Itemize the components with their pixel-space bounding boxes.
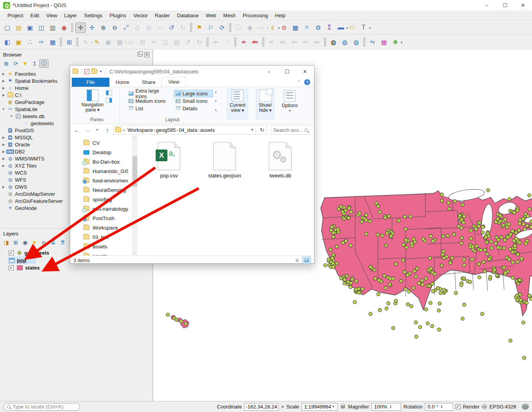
pan-map-icon[interactable]: ✛ (75, 22, 86, 33)
rotation-spinbox[interactable]: 0.0 °▲▼ (425, 403, 453, 411)
tree-expander-icon[interactable]: ▶ (1, 164, 6, 168)
statistics-panel-icon[interactable]: ⌗ (301, 22, 312, 33)
sidebar-item-food-enviroment[interactable]: food-enviroment (70, 176, 138, 185)
sidebar-item-assets[interactable]: assets (70, 251, 138, 255)
current-edits-icon[interactable]: ✎ (92, 37, 102, 47)
refresh-map-icon[interactable]: ⟳ (217, 22, 227, 33)
sidebar-item-geo-narratology[interactable]: geo-narratology (70, 204, 138, 213)
explorer-close-button[interactable]: ✕ (296, 66, 314, 77)
file-tweets-db[interactable]: ⚙⚙tweets.db (261, 142, 299, 179)
new-project-icon[interactable]: ▢ (2, 22, 13, 33)
layout-list[interactable]: List (127, 105, 173, 112)
tree-expander-icon[interactable]: ▶ (1, 72, 6, 76)
coordinate-value[interactable]: -162.34,28.24 (244, 403, 279, 411)
add-group-icon[interactable]: ⊞ (11, 238, 20, 247)
tree-expander-icon[interactable]: ▶ (1, 185, 6, 189)
select-by-expression-icon[interactable]: ε▼ (267, 22, 278, 33)
text-annotation-icon[interactable]: T▼ (358, 22, 369, 33)
expand-all-icon[interactable]: ⇊ (49, 238, 58, 247)
tree-expander-icon[interactable]: ▼ (1, 108, 6, 111)
close-button[interactable]: ✕ (514, 0, 532, 11)
menu-view[interactable]: View (43, 11, 61, 20)
layout-details[interactable]: Details (174, 105, 213, 112)
tree-expander-icon[interactable]: ▶ (1, 79, 6, 83)
explorer-minimize-button[interactable]: – (260, 66, 278, 77)
minimize-button[interactable]: – (478, 0, 496, 11)
sidebar-item-posttruth[interactable]: PostTruth (70, 213, 138, 223)
filter-legend-icon[interactable]: ▼ (30, 238, 39, 247)
tab-share[interactable]: Share (136, 78, 162, 87)
new-print-layout-icon[interactable]: ◫ (36, 22, 47, 33)
current-view-button[interactable]: Currentview ▾ (227, 89, 248, 120)
menu-raster[interactable]: Raster (151, 11, 173, 20)
up-icon[interactable]: ↑ (103, 127, 112, 133)
style-manager-icon[interactable]: ◉ (59, 22, 69, 33)
help-icon[interactable]: ? (304, 79, 310, 85)
menu-project[interactable]: Project (4, 11, 27, 20)
sidebar-item-03-bot[interactable]: 03_bot (70, 232, 138, 242)
pan-to-selection-icon[interactable]: ✛ (87, 22, 97, 33)
options-button[interactable]: Options▼ (281, 90, 298, 113)
pin-labels-icon[interactable]: ab (238, 37, 249, 47)
show-bookmarks-icon[interactable]: ⚐ (205, 22, 216, 33)
menu-processing[interactable]: Processing (239, 11, 271, 20)
sidebar-item-cv[interactable]: CV (70, 138, 138, 148)
locator-input[interactable]: Type to locate (Ctrl+K) (3, 403, 80, 411)
sidebar-item-neuralsensing[interactable]: NeuralSensing (70, 185, 138, 195)
forward-icon[interactable]: → (83, 127, 91, 133)
menu-edit[interactable]: Edit (27, 11, 42, 20)
menu-database[interactable]: Database (173, 11, 202, 20)
explorer-maximize-button[interactable]: ☐ (278, 66, 296, 77)
menu-help[interactable]: Help (271, 11, 289, 20)
menu-mesh[interactable]: Mesh (220, 11, 239, 20)
tab-home[interactable]: Home (109, 78, 136, 87)
sidebar-scrollbar[interactable]: ⌃⌄ (132, 136, 138, 255)
collapse-all-icon[interactable]: ↥ (30, 59, 39, 68)
filter-by-expression-icon[interactable]: ε▾ (39, 238, 49, 247)
details-pane-icon[interactable] (106, 98, 112, 103)
layout-extra-large-icons[interactable]: Extra large icons (127, 90, 173, 97)
tree-expander-icon[interactable]: ▶ (1, 157, 6, 160)
highlight-pinned-labels-icon[interactable]: abc (250, 37, 260, 47)
messages-icon[interactable] (522, 404, 529, 410)
menu-vector[interactable]: Vector (130, 11, 151, 20)
browser-close-icon[interactable]: ✕ (144, 52, 149, 57)
quick-access-folder-icon[interactable] (91, 69, 97, 74)
crs-globe-icon[interactable] (482, 404, 487, 409)
sidebar-item-desktop[interactable]: Desktop (70, 148, 138, 157)
dropdown-caret-icon[interactable]: ▼ (400, 41, 403, 44)
zoom-full-icon[interactable]: ⤢ (121, 22, 131, 33)
layout-large-icons[interactable]: Large icons (174, 90, 213, 97)
layer-checkbox[interactable]: ✓ (9, 250, 14, 255)
tree-expander-icon[interactable]: ▶ (1, 150, 6, 153)
layout-manager-icon[interactable]: ▥ (47, 22, 58, 33)
zoom-out-icon[interactable]: ⊖ (109, 22, 120, 33)
open-attribute-table-icon[interactable]: ▦ (290, 22, 301, 33)
new-spatialite-layer-icon[interactable]: ✑ (36, 37, 47, 47)
sidebar-item-spoofing[interactable]: spoofing (70, 195, 138, 204)
explorer-search-input[interactable]: Search ass... (271, 125, 310, 135)
tree-expander-icon[interactable]: ▶ (1, 136, 6, 139)
layer-checkbox[interactable]: ✓ (9, 265, 14, 270)
breadcrumb[interactable]: « Workspace›geog595›04_data›assets ▼ (113, 125, 256, 135)
navigation-pane-button[interactable]: Navigationpane ▾ (82, 89, 104, 113)
search-layers-icon[interactable]: ◍ (351, 37, 361, 47)
tab-view[interactable]: View (162, 77, 186, 87)
layout-small-icons[interactable]: Small icons (174, 97, 213, 105)
add-wms-layer-icon[interactable]: ◍ (340, 37, 350, 47)
attribute-color-grid-icon[interactable]: ▦ (379, 37, 389, 47)
quick-access-check-icon[interactable]: ✓ (84, 69, 89, 74)
filter-browser-icon[interactable]: ▼ (20, 59, 30, 68)
menu-layer[interactable]: Layer (61, 11, 81, 20)
sidebar-item-bo-dan-box[interactable]: Bo-Dan-box (70, 157, 138, 166)
refresh-browser-icon[interactable]: ⟳ (11, 59, 20, 68)
back-icon[interactable]: ← (73, 127, 81, 133)
processing-options-icon[interactable]: ⚙ (313, 22, 323, 33)
tree-expander-icon[interactable]: ▶ (1, 143, 6, 146)
tree-expander-icon[interactable]: ▶ (1, 86, 6, 90)
new-geopackage-layer-icon[interactable]: ▣ (13, 37, 24, 47)
zoom-in-icon[interactable]: ⊕ (98, 22, 109, 33)
sidebar-item-humanistic-gis[interactable]: Humanistic_GIS (70, 166, 138, 176)
qat-dropdown-icon[interactable]: ▼ (99, 70, 102, 73)
scrollbar-thumb[interactable] (133, 156, 137, 187)
